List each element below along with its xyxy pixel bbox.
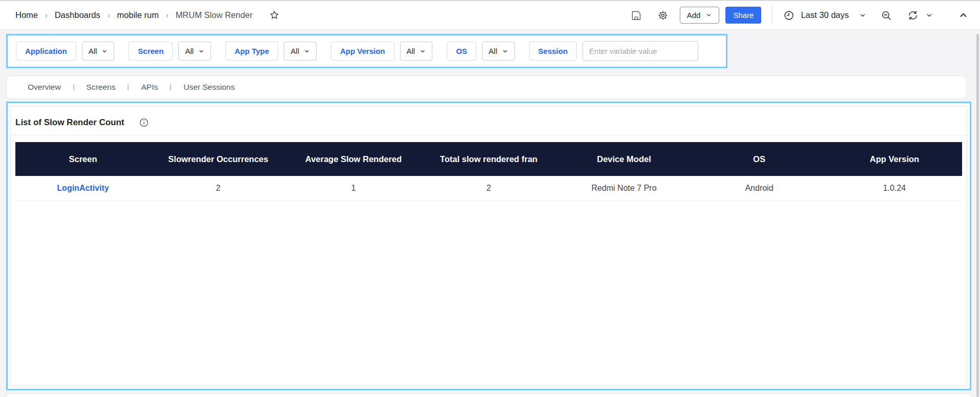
next-panel-peek	[6, 393, 971, 397]
filter-application-value: All	[89, 47, 97, 55]
breadcrumb-home[interactable]: Home	[15, 10, 38, 20]
breadcrumb-current-page: MRUM Slow Render	[176, 10, 253, 20]
settings-button[interactable]	[653, 6, 673, 25]
collapse-toolbar-button[interactable]	[953, 6, 973, 25]
column-header-slowrender-occurrences: Slowrender Occurrences	[151, 154, 286, 164]
tab-overview[interactable]: Overview	[28, 82, 61, 93]
cell-total-slow-rendered: 2	[421, 184, 556, 193]
filter-app-type: App Type All	[225, 42, 317, 61]
filter-session: Session	[529, 41, 699, 61]
cell-average-slow-rendered: 1	[286, 184, 421, 193]
favorite-button[interactable]	[267, 8, 282, 23]
zoom-out-button[interactable]	[877, 6, 896, 25]
filter-application-label: Application	[16, 42, 76, 61]
chevron-down-icon	[859, 12, 866, 19]
time-range-button[interactable]: Last 30 days	[780, 8, 869, 23]
caret-up-icon	[959, 11, 968, 19]
chevron-down-icon	[502, 48, 508, 54]
star-icon	[269, 10, 280, 21]
column-header-average-slow-rendered: Average Slow Rendered	[286, 154, 421, 164]
add-button-label: Add	[687, 11, 701, 19]
filter-os-label: OS	[447, 42, 476, 61]
filter-screen-dropdown[interactable]: All	[178, 42, 211, 61]
filter-app-version-dropdown[interactable]: All	[400, 42, 433, 61]
time-range-label: Last 30 days	[801, 10, 849, 20]
breadcrumb-separator-icon: ›	[166, 11, 169, 19]
chevron-down-icon	[705, 12, 712, 18]
filter-application-dropdown[interactable]: All	[82, 42, 115, 61]
filter-session-label: Session	[529, 42, 577, 61]
filter-os: OS All	[447, 42, 514, 61]
clock-icon	[783, 10, 795, 21]
scrollbar-thumb[interactable]	[976, 34, 979, 397]
table-row: LoginActivity 2 1 2 Redmi Note 7 Pro And…	[15, 176, 962, 201]
filter-os-dropdown[interactable]: All	[482, 42, 515, 61]
cell-slowrender-occurrences: 2	[151, 184, 286, 193]
filter-app-type-label: App Type	[225, 42, 278, 61]
filter-app-version-label: App Version	[331, 42, 394, 61]
screen-link[interactable]: LoginActivity	[15, 184, 151, 193]
share-button[interactable]: Share	[725, 7, 761, 24]
chevron-down-icon	[304, 48, 310, 54]
breadcrumb-separator-icon: ›	[45, 11, 48, 19]
session-variable-input[interactable]	[582, 41, 698, 61]
chevron-down-icon	[198, 48, 204, 54]
filter-app-type-value: All	[290, 47, 299, 55]
filter-screen-label: Screen	[129, 42, 173, 61]
filter-app-version: App Version All	[331, 42, 432, 61]
tab-user-sessions[interactable]: User Sessions	[183, 82, 235, 93]
save-icon	[631, 10, 642, 21]
table-header-row: Screen Slowrender Occurrences Average Sl…	[15, 142, 962, 176]
add-button[interactable]: Add	[680, 7, 720, 24]
filter-screen-value: All	[185, 47, 194, 55]
panel-info-button[interactable]	[139, 117, 149, 128]
panel-title: List of Slow Render Count	[15, 117, 124, 128]
chevron-down-icon	[101, 48, 108, 54]
slow-render-table: Screen Slowrender Occurrences Average Sl…	[11, 135, 967, 201]
refresh-button[interactable]	[903, 6, 923, 25]
breadcrumb: Home › Dashboards › mobile rum › MRUM Sl…	[15, 8, 282, 23]
slow-render-panel-highlight: List of Slow Render Count Screen Slowren…	[6, 102, 971, 390]
cell-device-model: Redmi Note 7 Pro	[556, 184, 692, 193]
chevron-down-icon	[420, 48, 426, 54]
refresh-interval-button[interactable]	[923, 6, 936, 25]
breadcrumb-mobile-rum[interactable]: mobile rum	[117, 10, 159, 20]
tab-separator	[170, 85, 171, 90]
save-button[interactable]	[627, 6, 646, 25]
tab-separator	[128, 85, 129, 90]
breadcrumb-separator-icon: ›	[108, 11, 110, 19]
gear-icon	[657, 10, 669, 21]
tab-screens[interactable]: Screens	[87, 82, 116, 93]
toolbar-divider	[772, 6, 772, 25]
zoom-out-icon	[881, 10, 892, 21]
column-header-screen: Screen	[15, 154, 151, 164]
tab-separator	[73, 85, 74, 90]
tab-apis[interactable]: APIs	[141, 82, 158, 93]
filter-screen: Screen All	[129, 42, 211, 61]
chevron-down-icon	[926, 12, 933, 19]
refresh-icon	[907, 10, 919, 21]
filter-application: Application All	[16, 42, 114, 61]
filter-bar: Application All Screen All App Type All …	[6, 34, 727, 68]
cell-app-version: 1.0.24	[827, 184, 962, 193]
slow-render-panel: List of Slow Render Count Screen Slowren…	[10, 106, 967, 386]
filter-app-version-value: All	[407, 47, 415, 55]
column-header-os: OS	[692, 154, 827, 164]
dashboard-tabs: Overview Screens APIs User Sessions	[6, 75, 967, 99]
column-header-device-model: Device Model	[556, 154, 692, 164]
filter-os-value: All	[489, 47, 497, 55]
column-header-app-version: App Version	[827, 154, 962, 164]
cell-os: Android	[692, 184, 827, 193]
toolbar: Add Share Last 30 days	[627, 6, 973, 25]
column-header-total-slow-rendered: Total slow rendered fran	[421, 154, 556, 164]
panel-header: List of Slow Render Count	[11, 117, 967, 128]
breadcrumb-dashboards[interactable]: Dashboards	[55, 10, 100, 20]
page-scrollbar	[975, 34, 980, 397]
top-bar: Home › Dashboards › mobile rum › MRUM Sl…	[0, 0, 980, 30]
info-icon	[139, 117, 149, 128]
filter-app-type-dropdown[interactable]: All	[284, 42, 317, 61]
